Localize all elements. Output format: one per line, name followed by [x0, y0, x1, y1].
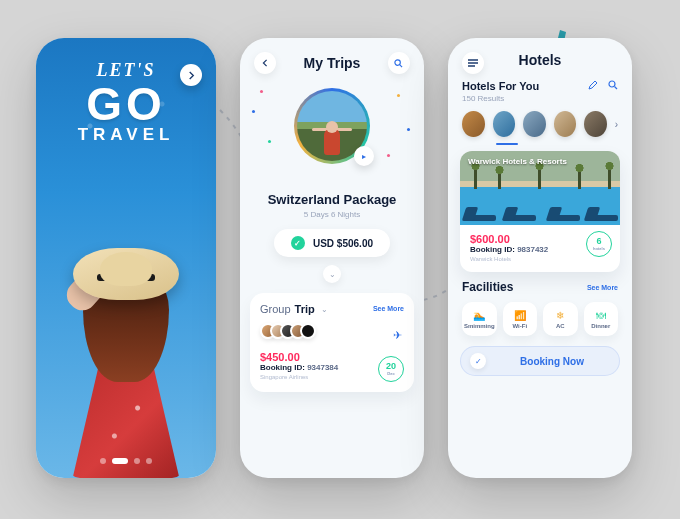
my-trips-screen: My Trips ▸ Switzerland Package 5 Da	[240, 38, 424, 478]
facilities-title: Facilities	[462, 280, 513, 294]
facility-wi-fi[interactable]: 📶Wi-Fi	[503, 302, 538, 336]
see-more-link[interactable]: See More	[587, 284, 618, 291]
category-thumb[interactable]	[462, 111, 485, 137]
back-button[interactable]	[254, 52, 276, 74]
search-button[interactable]	[608, 80, 618, 92]
facility-label: Dinner	[591, 323, 610, 329]
screen-title: My Trips	[304, 55, 361, 71]
package-name: Switzerland Package	[240, 192, 424, 207]
category-thumb[interactable]	[584, 111, 607, 137]
booking-button[interactable]: ✓ Booking Now	[460, 346, 620, 376]
booking-id-value: 9347384	[307, 363, 338, 372]
search-icon	[394, 59, 403, 68]
hero-line3: TRAVEL	[36, 125, 216, 145]
category-thumb[interactable]	[554, 111, 577, 137]
svg-line-6	[615, 87, 618, 90]
count-badge: 6hotels	[586, 231, 612, 257]
traveler-illustration	[36, 205, 216, 478]
hotel-card[interactable]: Warwick Hotels & Resorts $600.00 Booking…	[460, 151, 620, 272]
facility-label: AC	[556, 323, 565, 329]
price-value: USD $506.00	[313, 238, 373, 249]
hotel-name: Warwick Hotels	[470, 256, 610, 262]
booking-id-value: 9837432	[517, 245, 548, 254]
facility-ac[interactable]: ❄AC	[543, 302, 578, 336]
date-badge: 20Dec	[378, 356, 404, 382]
price-pill[interactable]: ✓ USD $506.00	[274, 229, 390, 257]
category-thumbnails: ›	[448, 103, 632, 143]
menu-button[interactable]	[462, 52, 484, 74]
card-label-bold: Trip	[295, 303, 315, 315]
chevron-right-icon	[187, 71, 196, 80]
section-title: Hotels For You	[462, 80, 539, 92]
search-icon	[608, 80, 618, 90]
search-button[interactable]	[388, 52, 410, 74]
facility-dinner[interactable]: 🍽Dinner	[584, 302, 619, 336]
hotel-image: Warwick Hotels & Resorts	[460, 151, 620, 225]
svg-point-5	[609, 81, 615, 87]
facility-icon: 🍽	[596, 310, 606, 321]
page-indicator[interactable]	[100, 458, 152, 464]
facility-label: Wi-Fi	[512, 323, 527, 329]
facility-label: Smimming	[464, 323, 495, 329]
hero-background: LET'S GO TRAVEL	[36, 38, 216, 478]
booking-label: Booking Now	[494, 356, 610, 367]
group-trip-card[interactable]: Group Trip ⌄ See More ✈ $450.00 Booking …	[250, 293, 414, 392]
active-tab-indicator	[496, 143, 518, 145]
pencil-icon	[588, 80, 598, 90]
facility-icon: 🏊	[473, 310, 485, 321]
group-avatars[interactable]	[260, 323, 404, 339]
chevron-left-icon	[261, 59, 269, 67]
screen-title: Hotels	[519, 52, 562, 68]
facility-smimming[interactable]: 🏊Smimming	[462, 302, 497, 336]
play-button[interactable]: ▸	[354, 146, 374, 166]
expand-button[interactable]: ⌄	[323, 265, 341, 283]
facility-icon: 📶	[514, 310, 526, 321]
package-duration: 5 Days 6 Nights	[240, 210, 424, 219]
more-categories[interactable]: ›	[615, 119, 618, 130]
hotels-screen: Hotels Hotels For You 150 Results ›	[448, 38, 632, 478]
facility-icon: ❄	[556, 310, 564, 321]
booking-id-label: Booking ID:	[470, 245, 515, 254]
svg-point-0	[395, 59, 400, 64]
onboarding-screen: LET'S GO TRAVEL	[36, 38, 216, 478]
check-icon: ✓	[291, 236, 305, 250]
category-thumb[interactable]	[523, 111, 546, 137]
menu-icon	[468, 59, 478, 67]
chevron-down-icon: ⌄	[321, 305, 328, 314]
edit-button[interactable]	[588, 80, 598, 92]
check-icon: ✓	[470, 353, 486, 369]
category-thumb[interactable]	[493, 111, 516, 137]
airplane-icon: ✈	[393, 329, 402, 342]
card-label: Group	[260, 303, 291, 315]
trip-photo[interactable]: ▸	[294, 88, 370, 164]
hotel-overlay-name: Warwick Hotels & Resorts	[468, 157, 567, 166]
svg-line-1	[400, 64, 402, 66]
forward-button[interactable]	[180, 64, 202, 86]
booking-id-label: Booking ID:	[260, 363, 305, 372]
results-count: 150 Results	[448, 92, 632, 103]
see-more-link[interactable]: See More	[373, 305, 404, 312]
